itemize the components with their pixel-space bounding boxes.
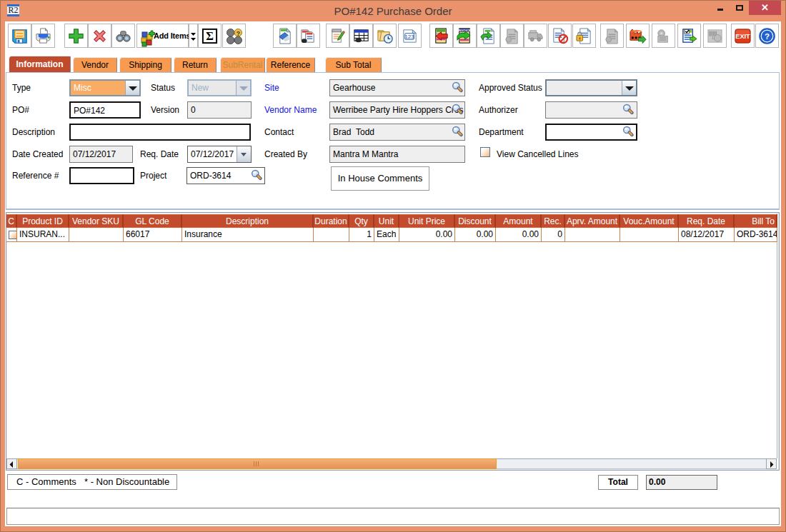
svg-text:Σ: Σ <box>206 29 214 43</box>
svg-text:?: ? <box>237 30 240 37</box>
svg-text:123: 123 <box>405 34 414 40</box>
svg-text:EXIT: EXIT <box>735 33 750 40</box>
svg-text:?: ? <box>765 32 770 41</box>
